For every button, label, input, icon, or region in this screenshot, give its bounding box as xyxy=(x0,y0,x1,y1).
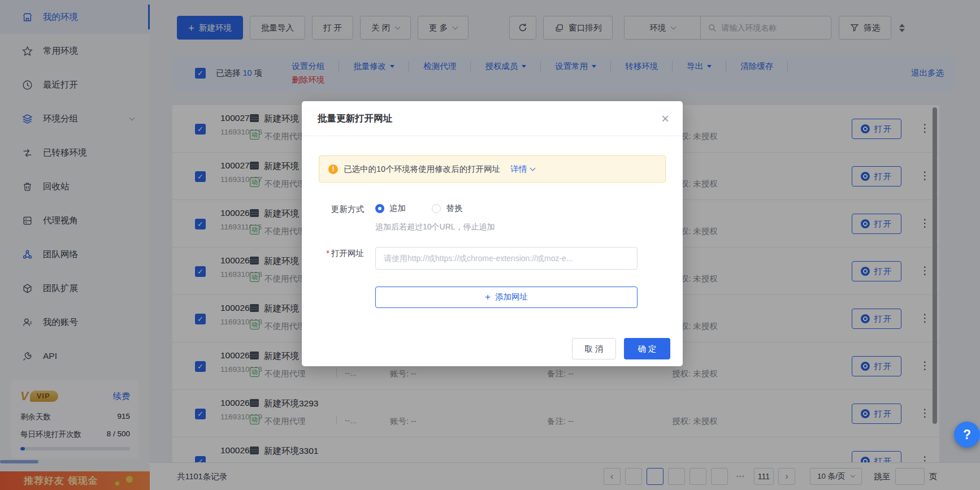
dialog-footer: 取 消 确 定 xyxy=(302,338,683,366)
add-url-button[interactable]: + 添加网址 xyxy=(375,287,638,308)
open-url-label: *打开网址 xyxy=(319,247,364,308)
chevron-down-icon xyxy=(530,165,536,171)
append-hint: 追加后若超过10个URL，停止追加 xyxy=(375,222,666,232)
open-url-input[interactable] xyxy=(375,247,638,270)
replace-radio[interactable]: 替换 xyxy=(432,203,462,214)
help-button[interactable]: ? xyxy=(954,422,980,448)
radio-dot xyxy=(375,204,384,213)
update-mode-label: 更新方式 xyxy=(319,203,364,232)
open-url-row: *打开网址 + 添加网址 xyxy=(319,247,666,308)
details-link[interactable]: 详情 xyxy=(510,164,535,175)
batch-update-url-dialog: 批量更新打开网址 × ! 已选中的10个环境将使用修改后的打开网址 详情 更新方… xyxy=(302,101,683,366)
update-mode-row: 更新方式 追加 替换 追加后若超过10个URL，停止追加 xyxy=(319,203,666,232)
dialog-title: 批量更新打开网址 xyxy=(318,112,392,125)
dialog-body: ! 已选中的10个环境将使用修改后的打开网址 详情 更新方式 追加 替换 追加后… xyxy=(302,136,683,323)
confirm-button[interactable]: 确 定 xyxy=(624,338,670,359)
dialog-header: 批量更新打开网址 × xyxy=(302,101,683,136)
app-window: 我的环境 常用环境 最近打开 环境分组 已转移环境 xyxy=(0,0,980,490)
append-radio[interactable]: 追加 xyxy=(375,203,406,214)
plus-icon: + xyxy=(485,292,491,303)
warning-icon: ! xyxy=(328,164,338,174)
warning-alert: ! 已选中的10个环境将使用修改后的打开网址 详情 xyxy=(319,155,666,183)
close-icon[interactable]: × xyxy=(661,112,669,125)
cancel-button[interactable]: 取 消 xyxy=(572,338,616,359)
radio-dot xyxy=(432,204,441,213)
